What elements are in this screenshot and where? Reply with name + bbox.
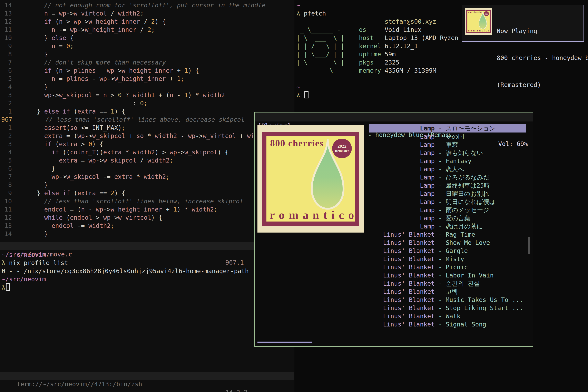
track-row[interactable]: Lamp - 最終列車は25時 — [369, 182, 526, 190]
terminal-statusline: term://~/src/neovim//4713:/bin/zsh 14,3-… — [0, 372, 294, 380]
code-line[interactable]: 7 // don't skip more than necessary — [0, 58, 294, 66]
code-line[interactable]: 8 } — [0, 50, 294, 58]
playlist-scrollbar[interactable] — [528, 237, 530, 254]
track-row[interactable]: Lamp - スロ〜モ〜ション — [369, 124, 526, 132]
terminal-cursor — [6, 284, 10, 291]
line-number: 8 — [0, 50, 12, 58]
track-progress-bar[interactable] — [258, 342, 312, 343]
code-line[interactable]: 13 endcol -= width2; — [0, 222, 294, 230]
line-number: 14 — [0, 230, 12, 238]
notification-track-2: (Remastered) — [497, 80, 588, 90]
terminal-line: λ — [2, 284, 294, 292]
track-row[interactable]: Lamp - 明日になれば僕は — [369, 198, 526, 206]
code-line[interactable]: 11 endcol = (n - wp->w_height_inner + 1)… — [0, 206, 294, 214]
album-frame: 800 cherries 2022 Remaster romantico — [466, 10, 490, 33]
code-line[interactable]: 4 if ((colnr_T)(extra * width2) > wp->w_… — [0, 148, 294, 156]
code-line[interactable]: 6 } — [0, 164, 294, 173]
track-row[interactable]: Linus' Blanket - Stop Liking Start ... — [369, 304, 526, 312]
line-number: 9 — [0, 189, 12, 197]
track-row[interactable]: Linus' Blanket - Show Me Love — [369, 239, 526, 247]
water-drop-icon — [307, 138, 348, 213]
embedded-terminal[interactable]: ~/src/neovimλ nix profile list0 - - /nix… — [2, 251, 294, 292]
code-line[interactable]: 10 // less than 'scrolloff' lines below,… — [0, 197, 294, 206]
line-number: 8 — [0, 181, 12, 189]
track-row[interactable]: Lamp - 車窓 — [369, 141, 526, 149]
track-row[interactable]: Lamp - 日曜日のお別れ — [369, 190, 526, 198]
player-header: [Playing] herries - honeydew blue (Remas… — [255, 112, 533, 122]
line-number: 14 — [0, 1, 12, 10]
code-line[interactable]: 3 if (extra > 0) { — [0, 140, 294, 148]
terminal-line: ~/src/neovim — [2, 251, 294, 259]
music-player-window[interactable]: [Playing] herries - honeydew blue (Remas… — [254, 112, 533, 347]
track-row[interactable]: Linus' Blanket - Labor In Vain — [369, 271, 526, 280]
line-number: 4 — [0, 83, 12, 91]
code-line[interactable]: 14 } — [0, 230, 294, 238]
code-line[interactable]: 10 } else { — [0, 34, 294, 42]
track-row[interactable]: Linus' Blanket - Gargle — [369, 247, 526, 255]
track-row[interactable]: Lamp - ひろがるなみだ — [369, 173, 526, 182]
code-line[interactable]: 9 n = 0; — [0, 42, 294, 50]
line-number: 7 — [0, 58, 12, 66]
code-line[interactable]: 1 assert(so <= INT_MAX); — [0, 124, 294, 132]
terminal-buffer-name: term://~/src/neovim//4713:/bin/zsh — [15, 380, 142, 388]
track-row[interactable]: Lamp - 恋は月の蔭に — [369, 222, 526, 230]
code-line[interactable]: 2 : 0; — [0, 99, 294, 108]
album-art-large: 800 cherries 2022 Remaster romantico — [258, 125, 364, 232]
track-row[interactable]: Lamp - 雨のメッセージ — [369, 206, 526, 214]
code-line[interactable]: 2 extra = (wp->w_skipcol + so * width2 -… — [0, 132, 294, 140]
track-row[interactable]: Linus' Blanket - 고백 — [369, 288, 526, 296]
code-line[interactable]: 1 } else if (extra == 1) { — [0, 108, 294, 116]
track-row[interactable]: Linus' Blanket - Signal Song — [369, 320, 526, 328]
line-number: 5 — [0, 156, 12, 164]
line-number: 10 — [0, 34, 12, 42]
track-row[interactable]: Linus' Blanket - Music Takes Us To ... — [369, 296, 526, 304]
track-list[interactable]: Lamp - スロ〜モ〜ションLamp - 夢の国Lamp - 車窓Lamp -… — [369, 124, 526, 328]
terminal-line: λ nix profile list — [2, 259, 294, 267]
track-row[interactable]: Linus' Blanket - 순간의 진실 — [369, 280, 526, 288]
line-number: 11 — [0, 26, 12, 34]
track-row[interactable]: Linus' Blanket - Rag Time — [369, 230, 526, 239]
file-statusline: src/nvim/move.c 967,1 — [0, 242, 294, 250]
album-frame: 800 cherries 2022 Remaster romantico — [262, 132, 359, 226]
album-title-text: romantico — [270, 208, 358, 222]
line-number: 5 — [0, 75, 12, 83]
line-number: 2 — [0, 132, 12, 140]
terminal-cursor-position: 14,3-2 — [226, 388, 248, 392]
code-line[interactable]: 13 n = wp->w_virtcol / width2; — [0, 10, 294, 18]
track-row[interactable]: Lamp - 誰も知らない — [369, 149, 526, 157]
code-line[interactable]: 12 while (endcol > wp->w_virtcol) { — [0, 214, 294, 222]
line-number: 13 — [0, 10, 12, 18]
line-number: 13 — [0, 222, 12, 230]
code-line[interactable]: 967 // less than 'scrolloff' lines above… — [0, 116, 294, 124]
code-line[interactable]: 12 if (n > wp->w_height_inner / 2) { — [0, 18, 294, 26]
now-playing-notification[interactable]: 800 cherries 2022 Remaster romantico Now — [462, 5, 584, 42]
terminal-line: 0 - - /nix/store/cq3cx86h28j0y46ls0nhjzj… — [2, 267, 294, 275]
code-line[interactable]: 9 } else if (extra == 2) { — [0, 189, 294, 197]
code-line[interactable]: 3 wp->w_skipcol = n > 0 ? width1 + (n - … — [0, 91, 294, 99]
track-row[interactable]: Lamp - 愛の言葉 — [369, 214, 526, 222]
track-row[interactable]: Lamp - 恋人へ — [369, 165, 526, 173]
code-line[interactable]: 4 } — [0, 83, 294, 91]
line-number: 3 — [0, 140, 12, 148]
track-row[interactable]: Lamp - Fantasy — [369, 157, 526, 165]
album-title-text: romantico — [468, 29, 490, 32]
line-number: 1 — [0, 124, 12, 132]
code-line[interactable]: 8 } — [0, 181, 294, 189]
line-number: 2 — [0, 99, 12, 108]
notification-track: 800 cherries - honeydew blue — [497, 54, 588, 62]
terminal-line: ~/src/neovim — [2, 275, 294, 284]
track-row[interactable]: Lamp - 夢の国 — [369, 132, 526, 141]
album-thumbnail: 800 cherries 2022 Remaster romantico — [465, 8, 492, 35]
code-line[interactable]: 5 n = plines - wp->w_height_inner + 1; — [0, 75, 294, 83]
track-row[interactable]: Linus' Blanket - Walk — [369, 312, 526, 320]
code-line[interactable]: 11 n -= wp->w_height_inner / 2; — [0, 26, 294, 34]
code-line[interactable]: 6 if (n > plines - wp->w_height_inner + … — [0, 66, 294, 75]
code-line[interactable]: 5 extra = wp->w_skipcol / width2; — [0, 156, 294, 164]
track-row[interactable]: Linus' Blanket - Picnic — [369, 263, 526, 271]
track-row[interactable]: Linus' Blanket - Misty — [369, 255, 526, 263]
line-number: 6 — [0, 66, 12, 75]
code-line[interactable]: 7 wp->w_skipcol -= extra * width2; — [0, 173, 294, 181]
line-number: 9 — [0, 42, 12, 50]
code-line[interactable]: 14 // not enough room for 'scrolloff', p… — [0, 1, 294, 10]
code-editor[interactable]: 14 // not enough room for 'scrolloff', p… — [0, 1, 294, 238]
